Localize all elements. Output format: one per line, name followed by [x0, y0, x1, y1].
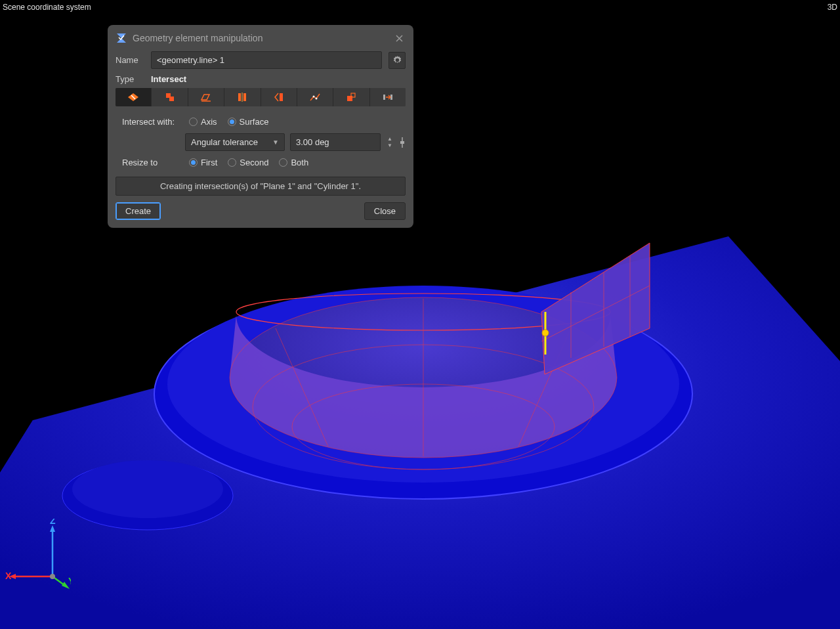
svg-line-11 — [518, 328, 571, 446]
spinner-up-button[interactable]: ▲ — [386, 136, 394, 142]
geometry-manipulation-dialog: Geometry element manipulation Name Type … — [108, 25, 413, 228]
intersect-surface-radio[interactable]: Surface — [228, 117, 269, 127]
dialog-app-icon — [116, 32, 127, 44]
resize-second-radio[interactable]: Second — [228, 158, 268, 167]
type-rotate-button[interactable] — [261, 88, 297, 106]
svg-point-2 — [154, 289, 692, 499]
axis-gizmo[interactable]: Z X Y — [5, 519, 71, 591]
intersect-axis-label: Axis — [201, 117, 217, 127]
type-trim-button[interactable] — [333, 88, 369, 106]
type-label: Type — [116, 74, 144, 84]
intersect-axis-radio[interactable]: Axis — [189, 117, 217, 127]
svg-point-3 — [167, 286, 679, 483]
view-mode-label: 3D — [828, 3, 837, 12]
type-extend-button[interactable] — [370, 88, 406, 106]
name-settings-button[interactable] — [388, 52, 406, 69]
status-message: Creating intersection(s) of "Plane 1" an… — [116, 177, 406, 196]
svg-point-6 — [230, 297, 617, 458]
axis-z-label: Z — [50, 519, 56, 526]
svg-point-0 — [62, 462, 233, 530]
svg-rect-36 — [383, 95, 385, 100]
svg-point-17 — [542, 330, 549, 336]
resize-both-radio[interactable]: Both — [279, 158, 308, 167]
svg-rect-40 — [400, 141, 404, 144]
resize-both-label: Both — [291, 158, 308, 167]
resize-first-label: First — [201, 158, 217, 167]
svg-point-8 — [292, 384, 555, 469]
svg-point-32 — [313, 96, 315, 98]
viewport-topbar: Scene coordinate system 3D — [0, 0, 840, 14]
svg-marker-19 — [50, 525, 55, 532]
name-label: Name — [116, 55, 144, 65]
svg-point-4 — [230, 297, 617, 458]
create-button[interactable]: Create — [116, 202, 161, 220]
name-input[interactable] — [151, 51, 382, 69]
svg-point-7 — [253, 345, 594, 469]
close-button[interactable]: Close — [364, 202, 406, 220]
chevron-down-icon: ▼ — [272, 139, 279, 146]
gear-icon — [392, 55, 402, 65]
svg-line-15 — [541, 286, 650, 341]
type-connect-button[interactable] — [297, 88, 333, 106]
type-project-button[interactable] — [188, 88, 224, 106]
spinner-down-button[interactable]: ▼ — [386, 142, 394, 149]
tolerance-mode-value: Angular tolerance — [191, 137, 258, 147]
type-value: Intersect — [151, 74, 186, 84]
slider-icon[interactable] — [399, 135, 406, 150]
type-intersect-button[interactable] — [116, 88, 152, 106]
axis-x-label: X — [5, 571, 12, 581]
tolerance-value-input[interactable] — [290, 133, 381, 151]
type-mirror-button[interactable] — [224, 88, 261, 106]
axis-y-label: Y — [68, 576, 71, 586]
type-button-bar — [116, 88, 406, 106]
close-icon[interactable] — [392, 32, 406, 45]
dialog-header[interactable]: Geometry element manipulation — [108, 25, 413, 51]
coord-system-label: Scene coordinate system — [3, 3, 91, 12]
svg-rect-28 — [238, 93, 241, 101]
resize-to-label: Resize to — [122, 158, 185, 167]
svg-rect-31 — [280, 93, 283, 101]
svg-point-1 — [72, 460, 223, 518]
svg-point-24 — [50, 574, 55, 579]
resize-first-radio[interactable]: First — [189, 158, 217, 167]
svg-line-10 — [276, 328, 328, 446]
resize-second-label: Second — [240, 158, 268, 167]
intersect-with-label: Intersect with: — [122, 117, 185, 127]
type-offset-button[interactable] — [152, 88, 188, 106]
intersect-surface-label: Surface — [240, 117, 269, 127]
svg-point-5 — [236, 293, 610, 330]
svg-rect-29 — [243, 93, 246, 101]
tolerance-mode-dropdown[interactable]: Angular tolerance ▼ — [185, 133, 285, 151]
svg-rect-34 — [347, 96, 352, 101]
svg-point-33 — [316, 98, 318, 100]
dialog-title: Geometry element manipulation — [133, 33, 387, 43]
svg-rect-26 — [169, 97, 174, 101]
